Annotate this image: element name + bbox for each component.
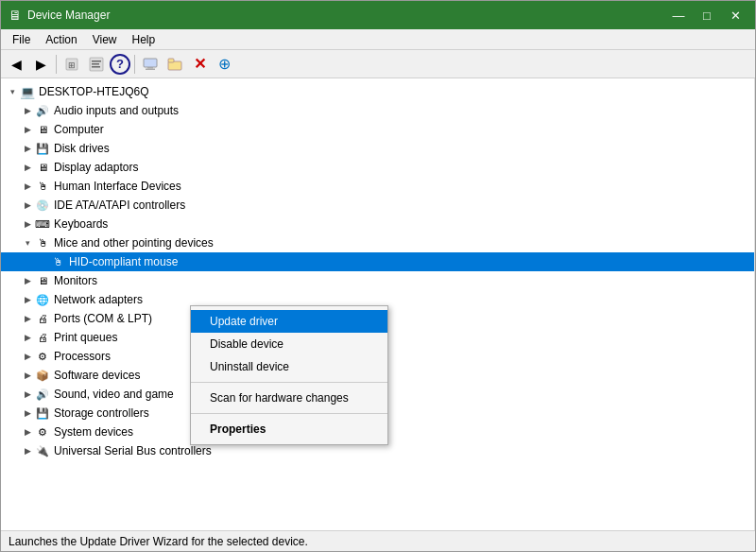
tree-toggle-root[interactable]: ▾ <box>5 84 20 99</box>
tree-toggle-disk[interactable]: ▶ <box>20 141 35 156</box>
toolbar-add[interactable]: ⊕ <box>213 53 235 76</box>
tree-toggle-mice[interactable]: ▾ <box>20 235 35 250</box>
tree-toggle-sound[interactable]: ▶ <box>20 387 35 402</box>
tree-icon-print: 🖨 <box>35 330 50 345</box>
tree-icon-display: 🖥 <box>35 160 50 175</box>
tree-icon-storage: 💾 <box>35 405 50 421</box>
toolbar-properties[interactable] <box>85 53 108 76</box>
toolbar-remove[interactable]: ✕ <box>188 53 211 76</box>
minimize-button[interactable]: — <box>666 6 691 25</box>
tree-label-keyboards: Keyboards <box>54 217 108 231</box>
tree-icon-monitors: 🖥 <box>35 273 50 288</box>
tree-toggle-system[interactable]: ▶ <box>20 424 35 440</box>
ctx-sep-1 <box>191 382 387 383</box>
tree-item-audio[interactable]: ▶ 🔊 Audio inputs and outputs <box>1 101 754 120</box>
svg-rect-6 <box>144 59 157 67</box>
tree-label-network: Network adapters <box>54 293 143 306</box>
svg-text:⊞: ⊞ <box>68 60 76 70</box>
svg-rect-4 <box>92 63 99 65</box>
tree-item-hid-mouse[interactable]: 🖱 HID-compliant mouse <box>1 252 754 271</box>
toolbar-open[interactable] <box>163 53 186 76</box>
ctx-properties[interactable]: Properties <box>191 418 387 440</box>
tree-icon-usb: 🔌 <box>35 443 50 458</box>
tree-label-monitors: Monitors <box>54 274 97 287</box>
tree-icon-software: 📦 <box>35 368 50 383</box>
tree-item-hid[interactable]: ▶ 🖱 Human Interface Devices <box>1 177 754 196</box>
tree-toggle-software[interactable]: ▶ <box>20 368 35 383</box>
tree-item-display[interactable]: ▶ 🖥 Display adaptors <box>1 158 754 177</box>
tree-label-ports: Ports (COM & LPT) <box>54 312 152 325</box>
title-bar: 🖥 Device Manager — □ ✕ <box>1 1 755 29</box>
tree-label-display: Display adaptors <box>54 161 138 174</box>
tree-toggle-audio[interactable]: ▶ <box>20 103 35 118</box>
tree-item-root[interactable]: ▾ 💻 DESKTOP-HTEJQ6Q <box>1 82 754 101</box>
tree-item-monitors[interactable]: ▶ 🖥 Monitors <box>1 271 754 290</box>
tree-toggle-keyboards[interactable]: ▶ <box>20 216 35 232</box>
toolbar-refresh[interactable]: ⊞ <box>60 53 83 76</box>
tree-label-sound: Sound, video and game <box>54 388 174 401</box>
tree-icon-sound: 🔊 <box>35 387 50 402</box>
tree-label-computer: Computer <box>54 123 104 136</box>
tree-toggle-hid-mouse <box>35 254 50 269</box>
tree-icon-root: 💻 <box>20 84 35 99</box>
tree-toggle-ide[interactable]: ▶ <box>20 198 35 213</box>
tree-icon-processors: ⚙ <box>35 349 50 364</box>
tree-toggle-processors[interactable]: ▶ <box>20 349 35 364</box>
tree-item-ide[interactable]: ▶ 💿 IDE ATA/ATAPI controllers <box>1 196 754 215</box>
tree-toggle-network[interactable]: ▶ <box>20 292 35 307</box>
tree-label-ide: IDE ATA/ATAPI controllers <box>54 198 185 212</box>
ctx-uninstall-device[interactable]: Uninstall device <box>191 355 387 378</box>
window-icon: 🖥 <box>9 8 22 23</box>
tree-icon-disk: 💾 <box>35 141 50 156</box>
tree-label-hid-mouse: HID-compliant mouse <box>69 255 178 268</box>
svg-rect-10 <box>168 59 174 62</box>
tree-icon-hid-mouse: 🖱 <box>50 254 65 269</box>
svg-rect-5 <box>92 66 100 68</box>
tree-icon-ide: 💿 <box>35 198 50 213</box>
tree-item-keyboards[interactable]: ▶ ⌨ Keyboards <box>1 215 754 233</box>
tree-item-disk[interactable]: ▶ 💾 Disk drives <box>1 139 754 158</box>
tree-item-computer[interactable]: ▶ 🖥 Computer <box>1 120 754 139</box>
menu-help[interactable]: Help <box>125 31 163 48</box>
toolbar: ◀ ▶ ⊞ ? <box>1 50 755 78</box>
tree-label-usb: Universal Serial Bus controllers <box>54 444 212 457</box>
svg-rect-3 <box>92 60 101 62</box>
toolbar-sep-2 <box>134 55 135 74</box>
toolbar-computer[interactable] <box>139 53 162 76</box>
toolbar-back[interactable]: ◀ <box>5 53 27 76</box>
tree-toggle-monitors[interactable]: ▶ <box>20 273 35 288</box>
ctx-update-driver[interactable]: Update driver <box>191 310 387 333</box>
svg-rect-7 <box>147 67 153 69</box>
tree-icon-system: ⚙ <box>35 424 50 440</box>
ctx-scan-hardware[interactable]: Scan for hardware changes <box>191 387 387 409</box>
tree-item-mice[interactable]: ▾ 🖱 Mice and other pointing devices <box>1 233 754 252</box>
tree-icon-ports: 🖨 <box>35 311 50 326</box>
tree-toggle-computer[interactable]: ▶ <box>20 122 35 137</box>
toolbar-help[interactable]: ? <box>110 54 130 75</box>
tree-toggle-hid[interactable]: ▶ <box>20 179 35 194</box>
tree-toggle-usb[interactable]: ▶ <box>20 443 35 458</box>
close-button[interactable]: ✕ <box>723 6 747 25</box>
tree-toggle-print[interactable]: ▶ <box>20 330 35 345</box>
title-bar-controls: — □ ✕ <box>666 6 747 25</box>
tree-toggle-display[interactable]: ▶ <box>20 160 35 175</box>
menu-view[interactable]: View <box>85 31 125 48</box>
menu-file[interactable]: File <box>5 31 38 48</box>
tree-label-audio: Audio inputs and outputs <box>54 104 179 117</box>
toolbar-sep-1 <box>56 55 57 74</box>
tree-icon-hid: 🖱 <box>35 179 50 194</box>
tree-toggle-ports[interactable]: ▶ <box>20 311 35 326</box>
tree-icon-computer: 🖥 <box>35 122 50 137</box>
toolbar-forward[interactable]: ▶ <box>29 53 52 76</box>
tree-label-print: Print queues <box>54 331 117 344</box>
maximize-button[interactable]: □ <box>695 6 719 25</box>
tree-view[interactable]: ▾ 💻 DESKTOP-HTEJQ6Q ▶ 🔊 Audio inputs and… <box>1 78 755 530</box>
tree-label-root: DESKTOP-HTEJQ6Q <box>39 85 148 98</box>
ctx-disable-device[interactable]: Disable device <box>191 333 387 355</box>
menu-action[interactable]: Action <box>38 31 84 48</box>
svg-rect-8 <box>146 68 155 70</box>
tree-icon-audio: 🔊 <box>35 103 50 118</box>
window-title: Device Manager <box>27 9 110 22</box>
tree-icon-keyboards: ⌨ <box>35 216 50 232</box>
tree-toggle-storage[interactable]: ▶ <box>20 405 35 421</box>
